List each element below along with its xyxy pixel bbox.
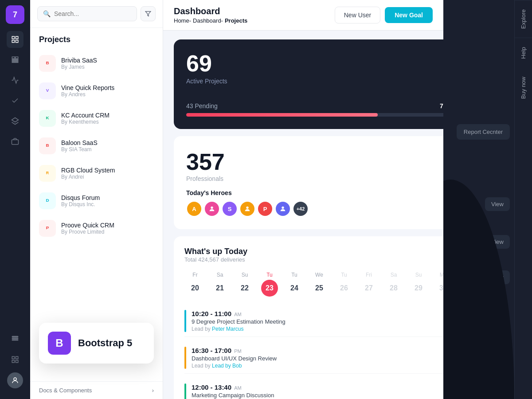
list-item[interactable]: V Vine Quick Reports By Andres — [30, 77, 163, 105]
report-center-button[interactable]: Report Cecnter — [457, 124, 510, 140]
list-item[interactable]: K KC Account CRM By Keenthemes — [30, 105, 163, 132]
event-item: 16:30 - 17:00 PM Dashboard UI/UX Design … — [184, 342, 443, 374]
project-info: Baloon SaaS By SIA Team — [61, 139, 98, 153]
project-author: By SIA Team — [61, 146, 98, 153]
day-col: Su 22 — [234, 272, 255, 297]
event-item: 10:20 - 11:00 AM 9 Degree Project Estima… — [184, 305, 443, 337]
top-actions: New User New Goal — [335, 7, 433, 23]
breadcrumb: Dashboard Home- Dashboard- Projects — [174, 6, 247, 24]
project-info: Proove Quick CRM By Proove Limited — [61, 222, 114, 235]
event-lead: Lead by Lead by Bob — [192, 363, 277, 369]
view-button-2[interactable]: View — [485, 235, 510, 249]
project-icon: K — [39, 110, 56, 127]
filter-button[interactable] — [141, 6, 156, 21]
svg-text:B: B — [46, 60, 49, 65]
project-icon: P — [39, 220, 56, 237]
event-list: 10:20 - 11:00 AM 9 Degree Project Estima… — [184, 305, 443, 399]
svg-text:K: K — [46, 115, 49, 120]
day-col-dim: Tu 26 — [333, 272, 355, 297]
event-item: 12:00 - 13:40 AM Marketing Campaign Disc… — [184, 379, 443, 399]
user-number-badge[interactable]: 7 — [6, 5, 24, 24]
list-item[interactable]: R RGB Cloud System By Andrei — [30, 160, 163, 187]
calendar-days: Fr 20 Sa 21 Su 22 Tu 23 Tu 24 — [184, 272, 443, 297]
svg-rect-6 — [12, 59, 18, 60]
heroes-label: Today's Heroes — [186, 189, 443, 196]
sidebar-icon-settings[interactable] — [7, 330, 23, 347]
bootstrap-icon: B — [48, 332, 71, 355]
event-details: 12:00 - 13:40 AM Marketing Campaign Disc… — [192, 383, 274, 399]
hero-avatar — [204, 201, 220, 217]
active-projects-number: 69 — [186, 52, 443, 75]
new-goal-button[interactable]: New Goal — [385, 7, 433, 23]
day-col-dim: Su 29 — [408, 272, 429, 297]
project-info: KC Account CRM By Keenthemes — [61, 112, 110, 125]
projects-title: Projects — [30, 28, 163, 48]
day-col-dim: Sa 28 — [383, 272, 404, 297]
calendar-header: What's up Today Total 424,567 deliveries — [184, 247, 443, 270]
event-desc: Dashboard UI/UX Design Review — [192, 355, 277, 362]
search-bar: 🔍 — [30, 0, 163, 28]
dashboard-body: 69 Active Projects 43 Pending 72% $ 69,7… — [163, 31, 443, 399]
event-details: 10:20 - 11:00 AM 9 Degree Project Estima… — [192, 310, 286, 332]
svg-rect-15 — [16, 356, 18, 359]
calendar-sub: Total 424,567 deliveries — [184, 256, 247, 263]
svg-rect-16 — [12, 360, 14, 363]
sidebar-icon-check[interactable] — [7, 92, 23, 109]
sidebar-icon-chart[interactable] — [7, 72, 23, 89]
svg-rect-1 — [16, 36, 18, 39]
project-info: Disqus Forum By Disqus Inc. — [61, 194, 100, 207]
project-author: By Andres — [61, 91, 114, 98]
pending-label: 43 Pending — [186, 102, 218, 110]
svg-rect-14 — [12, 356, 14, 359]
user-avatar-bottom[interactable] — [7, 372, 23, 388]
docs-link[interactable]: Docs & Components › — [30, 381, 163, 399]
search-icon: 🔍 — [43, 10, 51, 17]
sidebar-icon-briefcase[interactable] — [7, 133, 23, 150]
list-item[interactable]: P Proove Quick CRM By Proove Limited — [30, 215, 163, 242]
new-user-button[interactable]: New User — [335, 7, 380, 23]
list-item[interactable]: B Briviba SaaS By James — [30, 50, 163, 77]
event-time: 10:20 - 11:00 AM — [192, 310, 286, 317]
event-stripe — [184, 310, 186, 332]
svg-marker-9 — [12, 118, 19, 122]
breadcrumb-current: Projects — [225, 17, 247, 24]
day-col: Fr 20 — [184, 272, 206, 297]
progress-bar — [186, 113, 443, 117]
event-time: 12:00 - 13:40 AM — [192, 383, 274, 391]
event-lead-link[interactable]: Peter Marcus — [212, 326, 243, 332]
explore-tab[interactable]: Explore — [515, 0, 532, 38]
breadcrumb-sub: Home- Dashboard- Projects — [174, 17, 247, 24]
professionals-card: 357 Professionals Today's Heroes A S P +… — [174, 136, 443, 229]
svg-rect-10 — [12, 140, 19, 145]
svg-marker-19 — [145, 12, 151, 16]
sidebar-icons: 7 — [0, 0, 30, 399]
hero-more: +42 — [293, 201, 309, 217]
breadcrumb-home: Home- — [174, 17, 191, 24]
sidebar-icon-layers[interactable] — [7, 113, 23, 129]
search-input[interactable] — [54, 10, 131, 17]
sidebar-icon-modules[interactable] — [7, 351, 23, 368]
list-item[interactable]: B Baloon SaaS By SIA Team — [30, 132, 163, 160]
progress-row: 43 Pending 72% — [186, 102, 443, 110]
event-desc: Marketing Campaign Discussion — [192, 392, 274, 399]
day-col-active[interactable]: Tu 23 — [259, 272, 280, 297]
sidebar-icon-dashboard[interactable] — [7, 31, 23, 48]
list-item[interactable]: D Disqus Forum By Disqus Inc. — [30, 187, 163, 215]
project-name: Vine Quick Reports — [61, 84, 114, 91]
project-info: Vine Quick Reports By Andres — [61, 84, 114, 98]
hero-avatar — [275, 201, 291, 217]
view-button-1[interactable]: View — [485, 197, 510, 211]
svg-rect-3 — [16, 40, 18, 43]
help-tab[interactable]: Help — [515, 38, 532, 68]
buynow-tab[interactable]: Buy now — [515, 68, 532, 108]
search-input-wrap[interactable]: 🔍 — [37, 6, 137, 21]
event-lead-link[interactable]: Lead by Bob — [212, 363, 242, 369]
event-details: 16:30 - 17:00 PM Dashboard UI/UX Design … — [192, 347, 277, 369]
svg-point-39 — [246, 207, 248, 209]
heroes-row: A S P +42 — [186, 201, 443, 217]
svg-rect-0 — [12, 36, 14, 39]
event-stripe — [184, 383, 186, 399]
professionals-label: Professionals — [186, 175, 443, 182]
sidebar-icon-grid[interactable] — [7, 51, 23, 68]
view-button-3[interactable]: View — [485, 270, 510, 284]
